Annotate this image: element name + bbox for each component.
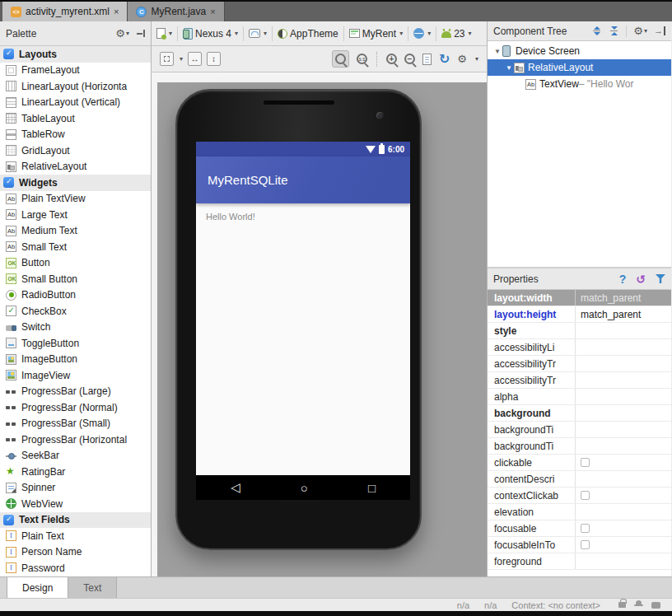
- property-row-layout-height[interactable]: layout:heightmatch_parent: [488, 306, 671, 323]
- help-icon[interactable]: [619, 273, 627, 286]
- palette-item-gridlayout[interactable]: GridLayout: [0, 142, 151, 159]
- zoom-out-icon[interactable]: [404, 54, 415, 64]
- close-tab-icon[interactable]: [114, 7, 119, 16]
- device-selector[interactable]: Nexus 4: [183, 28, 238, 40]
- property-row-elevation[interactable]: elevation: [488, 504, 671, 520]
- checkbox[interactable]: [581, 524, 590, 533]
- palette-item-relativelayout[interactable]: RelativeLayout: [0, 159, 151, 175]
- zoom-in-icon[interactable]: [386, 54, 397, 64]
- property-value[interactable]: [576, 504, 671, 520]
- palette-item-togglebutton[interactable]: ToggleButton: [0, 335, 151, 352]
- property-row-backgroundti[interactable]: backgroundTi: [488, 438, 671, 455]
- palette-item-progressbar-large[interactable]: ProgressBar (Large): [0, 384, 151, 400]
- property-row-focusableinto[interactable]: focusableInTo: [488, 537, 671, 553]
- dock-right-icon[interactable]: [654, 26, 665, 35]
- palette-item-radiobutton[interactable]: RadioButton: [0, 287, 151, 304]
- property-row-backgroundti[interactable]: backgroundTi: [488, 422, 671, 438]
- property-value[interactable]: [576, 438, 671, 454]
- property-value[interactable]: [576, 471, 671, 487]
- palette-item-linearlayout-vertical[interactable]: LinearLayout (Vertical): [0, 95, 151, 111]
- palette-section-layouts[interactable]: Layouts: [0, 46, 151, 63]
- palette-item-large-text[interactable]: Large Text: [0, 207, 151, 223]
- property-value[interactable]: [576, 553, 671, 569]
- property-value[interactable]: [576, 372, 671, 388]
- property-value[interactable]: [576, 537, 671, 553]
- zoom-fit-button[interactable]: [332, 50, 349, 68]
- orientation-selector[interactable]: [249, 29, 267, 38]
- property-value[interactable]: [576, 520, 671, 536]
- palette-item-progressbar-horizontal[interactable]: ProgressBar (Horizontal: [0, 432, 151, 448]
- design-canvas[interactable]: 6:00 MyRentSQLite Hello World!: [152, 72, 487, 576]
- lock-icon[interactable]: [618, 602, 626, 608]
- configuration-selector[interactable]: [156, 28, 172, 39]
- palette-item-tablelayout[interactable]: TableLayout: [0, 110, 151, 127]
- tab-text[interactable]: Text: [68, 577, 117, 598]
- tree-node-device-screen[interactable]: ▼Device Screen: [488, 43, 671, 59]
- checkbox[interactable]: [581, 540, 590, 549]
- event-log-balloon-icon[interactable]: [651, 602, 660, 609]
- section-checkbox-icon[interactable]: [3, 177, 14, 188]
- property-value[interactable]: match_parent: [576, 290, 671, 306]
- property-row-style[interactable]: style: [488, 323, 671, 339]
- property-row-accessibilityli[interactable]: accessibilityLi: [488, 339, 671, 356]
- tab-activity-myrent-xml[interactable]: activity_myrent.xml: [2, 2, 128, 21]
- palette-item-small-text[interactable]: Small Text: [0, 239, 151, 255]
- palette-item-plain-textview[interactable]: Plain TextView: [0, 191, 151, 208]
- incognito-icon[interactable]: [634, 600, 643, 609]
- palette-section-widgets[interactable]: Widgets: [0, 175, 151, 191]
- section-checkbox-icon[interactable]: [3, 49, 14, 59]
- palette-item-person-name[interactable]: Person Name: [0, 544, 151, 561]
- locale-selector[interactable]: [413, 28, 431, 39]
- section-checkbox-icon[interactable]: [3, 515, 14, 525]
- property-row-background[interactable]: background: [488, 405, 671, 422]
- activity-selector[interactable]: MyRent: [349, 28, 403, 40]
- tree-expander-icon[interactable]: ▼: [504, 64, 514, 72]
- palette-item-progressbar-small[interactable]: ProgressBar (Small): [0, 416, 151, 432]
- property-value[interactable]: [576, 455, 671, 470]
- property-value[interactable]: [576, 339, 671, 355]
- expand-vertical-icon[interactable]: [207, 52, 221, 66]
- palette-item-tablerow[interactable]: TableRow: [0, 127, 151, 143]
- chevron-down-icon[interactable]: [180, 55, 183, 63]
- property-row-accessibilitytr[interactable]: accessibilityTr: [488, 372, 671, 389]
- tab-design[interactable]: Design: [7, 577, 68, 598]
- tree-expander-icon[interactable]: ▼: [492, 48, 502, 55]
- checkbox[interactable]: [581, 458, 590, 467]
- property-value[interactable]: [576, 405, 671, 421]
- property-row-layout-width[interactable]: layout:widthmatch_parent: [488, 290, 671, 306]
- refresh-icon[interactable]: [439, 53, 450, 66]
- property-value[interactable]: [576, 323, 671, 338]
- property-row-foreground[interactable]: foreground: [488, 553, 671, 570]
- palette-item-plain-text[interactable]: Plain Text: [0, 528, 151, 544]
- phone-screen[interactable]: 6:00 MyRentSQLite Hello World!: [196, 142, 410, 500]
- tree-node-relativelayout[interactable]: ▼RelativeLayout: [488, 59, 671, 76]
- zoom-to-fit-icon[interactable]: [160, 52, 174, 66]
- property-row-accessibilitytr[interactable]: accessibilityTr: [488, 356, 671, 372]
- checkbox[interactable]: [581, 491, 590, 500]
- zoom-actual-size-icon[interactable]: [357, 54, 367, 64]
- property-row-focusable[interactable]: focusable: [488, 520, 671, 537]
- property-value[interactable]: [576, 389, 671, 404]
- expand-horizontal-icon[interactable]: [188, 52, 202, 66]
- tab-myrent-java[interactable]: MyRent.java: [128, 2, 224, 21]
- chevron-down-icon[interactable]: [644, 27, 647, 35]
- gear-icon[interactable]: [115, 28, 125, 39]
- property-value[interactable]: [576, 488, 671, 503]
- tree-node-textview[interactable]: TextView – "Hello Wor: [488, 76, 671, 92]
- property-row-contentdescri[interactable]: contentDescri: [488, 471, 671, 488]
- palette-item-ratingbar[interactable]: RatingBar: [0, 464, 151, 480]
- property-row-clickable[interactable]: clickable: [488, 455, 671, 471]
- gear-icon[interactable]: [457, 54, 467, 64]
- palette-item-spinner[interactable]: Spinner: [0, 480, 151, 497]
- property-value[interactable]: match_parent: [576, 306, 671, 322]
- palette-item-progressbar-normal[interactable]: ProgressBar (Normal): [0, 399, 151, 416]
- palette-item-imageview[interactable]: ImageView: [0, 367, 151, 384]
- expand-all-icon[interactable]: [591, 26, 602, 36]
- collapse-all-icon[interactable]: [609, 26, 619, 36]
- palette-item-imagebutton[interactable]: ImageButton: [0, 352, 151, 368]
- property-value[interactable]: [576, 356, 671, 371]
- theme-selector[interactable]: AppTheme: [278, 28, 338, 40]
- palette-item-linearlayout-horizonta[interactable]: LinearLayout (Horizonta: [0, 78, 151, 95]
- close-tab-icon[interactable]: [210, 7, 215, 16]
- dock-pin-icon[interactable]: [137, 29, 145, 38]
